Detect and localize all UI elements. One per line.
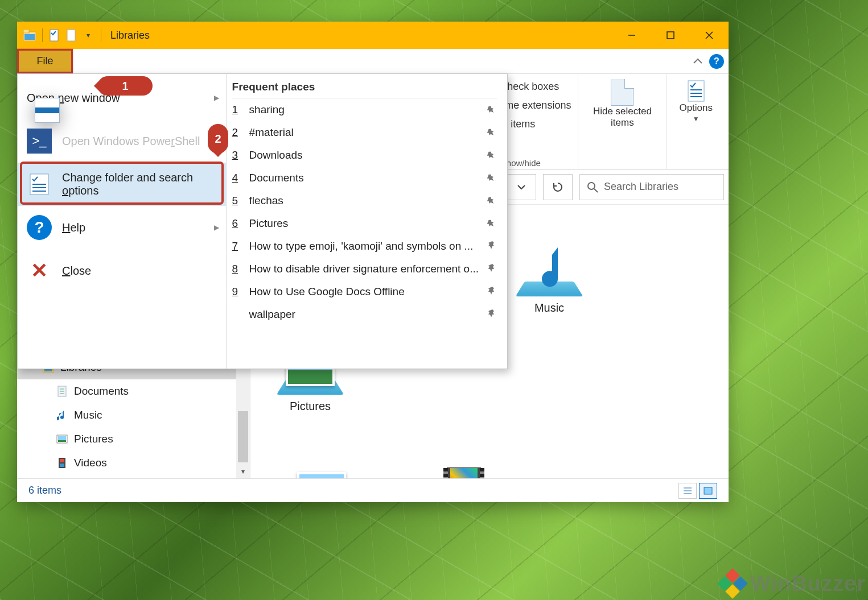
frequent-place-label: How to type emoji, 'kaomoji' and symbols… (249, 240, 479, 253)
pin-icon[interactable] (485, 102, 500, 118)
frequent-place-hotkey: 9 (232, 285, 240, 298)
frequent-place-item[interactable]: 5flechas (232, 189, 497, 212)
titlebar-separator (101, 28, 101, 42)
frequent-place-item[interactable]: 2#material (232, 121, 497, 144)
frequent-places-header: Frequent places (232, 80, 497, 98)
pin-icon[interactable] (485, 125, 500, 140)
library-item-label: Music (534, 301, 564, 315)
maximize-button[interactable] (651, 22, 690, 49)
svg-rect-26 (60, 464, 64, 467)
sidebar-item-videos[interactable]: Videos (17, 451, 250, 475)
library-item-music[interactable]: Music (507, 239, 592, 315)
refresh-button[interactable] (543, 174, 573, 200)
library-item-videos[interactable]: Videos (421, 458, 507, 478)
window-controls (612, 22, 729, 49)
sidebar-item-documents[interactable]: Documents (17, 379, 250, 403)
watermark-text: WinBuzzer (750, 572, 866, 596)
powershell-icon: >_ (27, 129, 52, 154)
scrollbar-down-arrow[interactable]: ▾ (236, 465, 250, 478)
frequent-place-item[interactable]: 9How to Use Google Docs Offline (232, 280, 497, 303)
frequent-place-label: flechas (249, 195, 479, 207)
collapse-ribbon-button[interactable] (690, 53, 706, 69)
svg-rect-22 (58, 436, 66, 440)
menu-label: Open Windows PowerShell (62, 135, 200, 148)
svg-rect-23 (58, 440, 66, 442)
close-button[interactable] (690, 22, 729, 49)
submenu-arrow-icon: ▶ (214, 94, 219, 102)
music-icon (56, 409, 68, 421)
minimize-button[interactable] (612, 22, 651, 49)
options-label: Options (679, 102, 713, 114)
frequent-place-label: wallpaper (249, 308, 479, 321)
pin-icon[interactable] (488, 240, 497, 253)
menu-help[interactable]: ? Help ▶ (18, 206, 226, 249)
watermark: WinBuzzer (719, 570, 866, 597)
svg-line-14 (594, 189, 598, 192)
svg-rect-25 (60, 459, 64, 462)
menu-close[interactable]: ✕ Close (18, 249, 226, 292)
help-icon: ? (27, 215, 52, 240)
frequent-place-label: #material (249, 126, 479, 139)
frequent-place-item[interactable]: 8How to disable driver signature enforce… (232, 258, 497, 280)
item-count: 6 items (28, 485, 61, 496)
menu-change-folder-options[interactable]: Change folder and search options (18, 163, 226, 206)
frequent-place-hotkey: 4 (232, 172, 240, 184)
menu-label: Close (62, 264, 91, 278)
hide-selected-items-button[interactable]: Hide selected items (585, 77, 659, 131)
file-menu-commands: Open new window ▶ >_ Open Windows PowerS… (18, 74, 226, 369)
pin-icon[interactable] (488, 285, 497, 298)
pin-icon[interactable] (485, 148, 500, 163)
frequent-place-hotkey: 3 (232, 149, 240, 162)
frequent-place-item[interactable]: 4Documents (232, 167, 497, 189)
menu-open-powershell[interactable]: >_ Open Windows PowerShell ▶ (18, 119, 226, 163)
frequent-place-item[interactable]: 1sharing (232, 98, 497, 121)
qat-newfolder-icon[interactable] (63, 27, 79, 43)
options-button[interactable]: Options ▼ (673, 77, 718, 125)
sidebar-item-label: Pictures (74, 433, 113, 445)
annotation-callout-2: 2 (208, 124, 228, 154)
file-tab[interactable]: File (17, 49, 73, 73)
frequent-place-hotkey: 1 (232, 104, 240, 116)
frequent-place-label: Pictures (249, 217, 479, 230)
pin-icon[interactable] (488, 308, 497, 321)
frequent-place-label: How to Use Google Docs Offline (249, 285, 479, 298)
large-icons-view-button[interactable] (699, 483, 717, 499)
sidebar-item-music[interactable]: Music (17, 403, 250, 427)
library-item-label: Pictures (290, 400, 331, 413)
pictures-icon (56, 433, 68, 445)
svg-rect-9 (688, 81, 704, 101)
search-box[interactable]: Search Libraries (579, 174, 724, 200)
frequent-places-panel: Frequent places 1sharing2#material3Downl… (226, 74, 507, 369)
file-menu: Open new window ▶ >_ Open Windows PowerS… (17, 73, 508, 369)
frequent-place-item[interactable]: wallpaper (232, 303, 497, 326)
options-dropdown-icon[interactable]: ▼ (693, 115, 700, 123)
hide-selected-label: Hide selected items (591, 106, 653, 129)
menu-label: Help (62, 221, 85, 234)
pin-icon[interactable] (485, 193, 500, 209)
videos-icon (56, 457, 68, 469)
frequent-place-item[interactable]: 6Pictures (232, 212, 497, 235)
annotation-callout-1: 1 (98, 76, 153, 96)
pin-icon[interactable] (488, 263, 497, 275)
frequent-place-item[interactable]: 7How to type emoji, 'kaomoji' and symbol… (232, 235, 497, 258)
scrollbar-thumb[interactable] (238, 411, 248, 462)
window-title: Libraries (110, 30, 150, 42)
library-item-saved-pictures[interactable]: Saved Pictures (279, 458, 364, 478)
music-library-icon (515, 239, 583, 301)
qat-dropdown-icon[interactable]: ▾ (80, 27, 96, 43)
frequent-place-label: Downloads (249, 149, 479, 162)
pin-icon[interactable] (485, 216, 500, 231)
address-history-button[interactable] (507, 174, 536, 200)
menu-label: Change folder and search options (62, 171, 219, 197)
pin-icon[interactable] (485, 171, 500, 186)
qat-properties-icon[interactable] (46, 27, 62, 43)
frequent-place-item[interactable]: 3Downloads (232, 144, 497, 167)
help-button[interactable]: ? (709, 54, 724, 69)
details-view-button[interactable] (678, 483, 697, 499)
frequent-place-label: How to disable driver signature enforcem… (249, 263, 479, 275)
sidebar-item-label: Videos (74, 457, 107, 469)
close-icon: ✕ (27, 258, 52, 283)
explorer-window: ▾ Libraries File ? em ch (17, 22, 729, 502)
frequent-place-label: sharing (249, 104, 479, 116)
sidebar-item-pictures[interactable]: Pictures (17, 427, 250, 451)
